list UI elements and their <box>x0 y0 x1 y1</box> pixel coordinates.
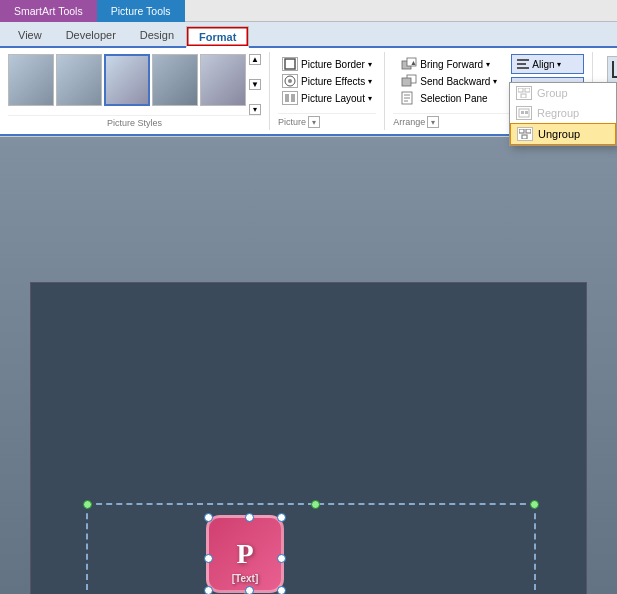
slide-content-box: P [Text] W [Text] <box>30 282 587 594</box>
svg-rect-3 <box>285 94 289 102</box>
tab-format[interactable]: Format <box>186 26 249 48</box>
style-thumb-4[interactable] <box>152 54 198 106</box>
svg-rect-15 <box>517 63 526 65</box>
ih-bl <box>204 586 213 594</box>
ih-br <box>277 586 286 594</box>
nav-tab-bar: View Developer Design Format <box>0 22 617 48</box>
tab-design[interactable]: Design <box>128 24 186 46</box>
group-menu-ungroup[interactable]: Ungroup <box>510 123 616 145</box>
selection-box[interactable]: P [Text] W [Text] <box>86 503 536 594</box>
align-arrow: ▾ <box>557 60 561 69</box>
group-dropdown-menu: Group Regroup Ungroup <box>509 82 617 146</box>
bring-forward-icon: ▲ <box>401 57 417 71</box>
svg-rect-26 <box>519 129 524 133</box>
sb-svg <box>401 74 417 88</box>
ih-tm <box>245 513 254 522</box>
arrange-expand[interactable]: ▾ <box>427 116 439 128</box>
svg-rect-4 <box>291 94 295 102</box>
ih-tr <box>277 513 286 522</box>
sel-handle-tm <box>311 500 320 509</box>
border-dropdown-arrow[interactable]: ▾ <box>368 60 372 69</box>
layout-dropdown-arrow[interactable]: ▾ <box>368 94 372 103</box>
sel-handle-tr <box>530 500 539 509</box>
send-backward-icon <box>401 74 417 88</box>
svg-rect-9 <box>402 78 411 86</box>
ih-bm <box>245 586 254 594</box>
empty-tab-space <box>185 0 617 22</box>
svg-rect-14 <box>517 59 529 61</box>
rg-svg <box>518 108 530 118</box>
smartart-tools-tab[interactable]: SmartArt Tools <box>0 0 97 22</box>
tab-developer[interactable]: Developer <box>54 24 128 46</box>
align-icon <box>516 57 530 71</box>
picture-border-icon <box>282 57 298 71</box>
bring-forward-cmd[interactable]: ▲ Bring Forward ▾ <box>397 56 501 72</box>
svg-rect-22 <box>521 94 526 98</box>
app-icon-ppt[interactable]: P [Text] <box>206 515 284 593</box>
picture-tools-tab[interactable]: Picture Tools <box>97 0 185 22</box>
style-scroll-up[interactable]: ▲ <box>249 54 261 65</box>
group-item-icon <box>516 86 532 100</box>
g-svg <box>518 88 530 98</box>
svg-rect-0 <box>285 59 295 69</box>
picture-expand[interactable]: ▾ <box>308 116 320 128</box>
style-more[interactable]: ▾ <box>249 104 261 115</box>
picture-effects-icon <box>282 74 298 88</box>
style-scroll-down[interactable]: ▼ <box>249 79 261 90</box>
icon-label-ppt: [Text] <box>209 573 281 584</box>
picture-styles-content: ▲ ▼ ▾ <box>8 54 261 115</box>
style-scroll-arrows: ▲ ▼ ▾ <box>249 54 261 106</box>
svg-rect-27 <box>526 129 531 133</box>
svg-rect-21 <box>525 88 530 92</box>
svg-rect-16 <box>517 67 529 69</box>
ih-mr <box>277 554 286 563</box>
style-thumb-5[interactable] <box>200 54 246 106</box>
picture-layout-cmd[interactable]: Picture Layout ▾ <box>278 90 376 106</box>
align-button[interactable]: Align ▾ <box>511 54 584 74</box>
svg-text:▲: ▲ <box>410 59 417 66</box>
picture-styles-section: ▲ ▼ ▾ Picture Styles <box>0 52 270 130</box>
tab-view[interactable]: View <box>6 24 54 46</box>
sel-handle-tl <box>83 500 92 509</box>
effects-svg <box>284 75 296 87</box>
regroup-item-icon <box>516 106 532 120</box>
connection-lines <box>88 505 534 594</box>
style-thumb-2[interactable] <box>56 54 102 106</box>
picture-cmds-content: Picture Border ▾ Picture Effects ▾ <box>278 54 376 113</box>
svg-rect-24 <box>521 111 524 114</box>
style-thumbnails <box>8 54 246 106</box>
icon-letter-p: P <box>236 538 253 570</box>
svg-rect-25 <box>525 111 528 114</box>
context-tab-bar: SmartArt Tools Picture Tools <box>0 0 617 22</box>
ih-ml <box>204 554 213 563</box>
ih-tl <box>204 513 213 522</box>
bf-svg: ▲ <box>401 57 417 71</box>
effects-dropdown-arrow[interactable]: ▾ <box>368 77 372 86</box>
border-svg <box>284 58 296 70</box>
ungroup-item-icon <box>517 127 533 141</box>
selection-pane-cmd[interactable]: Selection Pane <box>397 90 501 106</box>
sp-svg <box>401 91 417 105</box>
bf-arrow[interactable]: ▾ <box>486 60 490 69</box>
picture-border-cmd[interactable]: Picture Border ▾ <box>278 56 376 72</box>
svg-rect-20 <box>518 88 523 92</box>
ug-svg <box>519 129 531 139</box>
svg-point-2 <box>288 79 292 83</box>
picture-cmd-group: Picture Border ▾ Picture Effects ▾ <box>278 54 376 108</box>
arrange-cmd-group: ▲ Bring Forward ▾ Send Backward ▾ <box>393 54 505 108</box>
selection-pane-icon <box>401 91 417 105</box>
svg-rect-28 <box>522 135 527 139</box>
group-menu-regroup[interactable]: Regroup <box>510 103 616 123</box>
style-thumb-3[interactable] <box>104 54 150 106</box>
picture-commands-section: Picture Border ▾ Picture Effects ▾ <box>270 52 385 130</box>
group-menu-group[interactable]: Group <box>510 83 616 103</box>
picture-layout-icon <box>282 91 298 105</box>
sb-arrow[interactable]: ▾ <box>493 77 497 86</box>
layout-svg <box>284 92 296 104</box>
picture-effects-cmd[interactable]: Picture Effects ▾ <box>278 73 376 89</box>
slide-area: Visual Summary P [Text] <box>0 137 617 594</box>
send-backward-cmd[interactable]: Send Backward ▾ <box>397 73 501 89</box>
style-thumb-1[interactable] <box>8 54 54 106</box>
picture-styles-label: Picture Styles <box>8 115 261 128</box>
icon-top-container: P [Text] <box>206 515 284 593</box>
